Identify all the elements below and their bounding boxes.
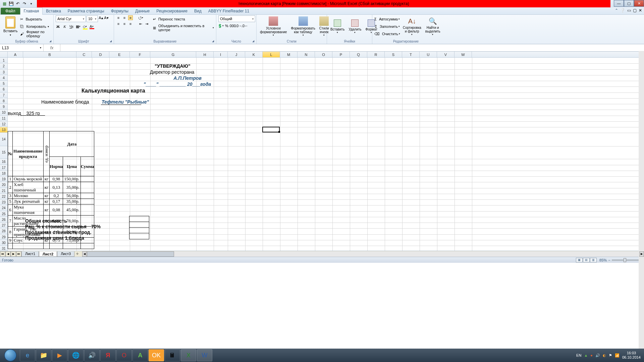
taskbar-explorer[interactable]: 📁 bbox=[36, 349, 51, 361]
align-left-icon[interactable]: ≡ bbox=[116, 21, 121, 26]
italic-button[interactable]: К bbox=[62, 24, 67, 29]
align-bottom-icon[interactable]: ≡ bbox=[128, 15, 133, 20]
tab-abbyy[interactable]: ABBYY FineReader 11 bbox=[205, 8, 253, 14]
insert-cells-button[interactable]: Вставить▾ bbox=[329, 15, 346, 38]
minimize-ribbon-icon[interactable]: ⌃ bbox=[615, 8, 618, 13]
increase-indent-icon[interactable]: ⇥ bbox=[144, 21, 149, 26]
autosum-button[interactable]: Σ Автосумма▾ bbox=[374, 15, 400, 23]
fill-color-button[interactable]: ◇▾ bbox=[83, 24, 87, 29]
column-header-H[interactable]: H bbox=[196, 52, 214, 57]
clipboard-launcher[interactable]: ◢ bbox=[49, 40, 53, 43]
column-header-E[interactable]: E bbox=[109, 52, 130, 57]
currency-icon[interactable]: 💲▾ bbox=[218, 23, 223, 28]
row-header-28[interactable]: 28 bbox=[0, 228, 8, 234]
select-all-button[interactable] bbox=[0, 52, 8, 57]
help-icon[interactable]: ❔ bbox=[620, 8, 625, 13]
row-header-1[interactable]: 1 bbox=[0, 58, 8, 63]
row-header-14[interactable]: 14 bbox=[0, 133, 8, 146]
column-header-Q[interactable]: Q bbox=[350, 52, 367, 57]
mdi-restore-icon[interactable]: ▭ bbox=[627, 8, 631, 13]
tab-view[interactable]: Вид bbox=[191, 8, 205, 14]
row-header-3[interactable]: 3 bbox=[0, 69, 8, 75]
comma-icon[interactable]: 000 bbox=[230, 23, 235, 28]
row-header-30[interactable]: 30 bbox=[0, 240, 8, 246]
save-button[interactable]: 💾 bbox=[8, 1, 14, 7]
sort-filter-button[interactable]: A↓Сортировка и фильтр▾ bbox=[401, 15, 423, 38]
sheet-nav-prev[interactable]: ◀ bbox=[5, 251, 11, 257]
sheet-tab-Лист1[interactable]: Лист1 bbox=[21, 251, 39, 257]
view-page-layout-button[interactable]: ▤ bbox=[583, 258, 590, 262]
format-table-button[interactable]: Форматировать как таблицу▾ bbox=[289, 15, 317, 38]
tray-volume-icon[interactable]: 🔊 bbox=[595, 353, 600, 358]
row-header-20[interactable]: 20 bbox=[0, 182, 8, 188]
start-button[interactable] bbox=[1, 349, 19, 362]
row-header-13[interactable]: 13 bbox=[0, 127, 8, 133]
row-header-21[interactable]: 21 bbox=[0, 188, 8, 194]
bold-button[interactable]: Ж bbox=[56, 24, 60, 29]
wrap-text-button[interactable]: ↵ Перенос текста bbox=[153, 15, 214, 23]
hscroll-left[interactable]: ◀ bbox=[82, 251, 87, 257]
column-header-M[interactable]: M bbox=[280, 52, 298, 57]
column-header-B[interactable]: B bbox=[23, 52, 76, 57]
sheet-nav-first[interactable]: ⏮ bbox=[0, 251, 5, 257]
number-format-combo[interactable]: Общий▾ bbox=[218, 15, 255, 22]
tab-home[interactable]: Главная bbox=[20, 7, 43, 15]
tab-review[interactable]: Рецензирование bbox=[153, 8, 191, 14]
column-header-L[interactable]: L bbox=[263, 52, 280, 57]
orientation-icon[interactable]: ⭯▾ bbox=[138, 15, 143, 20]
row-header-9[interactable]: 9 bbox=[0, 104, 8, 110]
tray-icon-1[interactable]: ▲ bbox=[584, 353, 588, 357]
row-header-31[interactable]: 31 bbox=[0, 246, 8, 251]
align-top-icon[interactable]: ≡ bbox=[116, 15, 121, 20]
font-family-combo[interactable]: Arial Cyr▾ bbox=[56, 15, 86, 22]
decrease-decimal-icon[interactable]: .0← bbox=[243, 23, 247, 28]
horizontal-scrollbar[interactable]: ◀ ▶ bbox=[82, 251, 644, 257]
taskbar-ok[interactable]: OK bbox=[149, 349, 164, 361]
row-header-24[interactable]: 24 bbox=[0, 205, 8, 211]
new-sheet-button[interactable]: ✧ bbox=[76, 252, 79, 256]
column-header-G[interactable]: G bbox=[150, 52, 196, 57]
column-header-K[interactable]: K bbox=[245, 52, 263, 57]
file-tab[interactable]: Файл bbox=[1, 8, 20, 14]
excel-icon[interactable]: ▦ bbox=[1, 1, 7, 7]
row-header-23[interactable]: 23 bbox=[0, 199, 8, 205]
column-header-S[interactable]: S bbox=[385, 52, 402, 57]
taskbar-chrome[interactable]: 🌐 bbox=[68, 349, 84, 361]
sheet-nav-last[interactable]: ⏭ bbox=[16, 251, 21, 257]
tray-network-icon[interactable]: 📶 bbox=[615, 353, 620, 358]
row-header-16[interactable]: 16 bbox=[0, 159, 8, 165]
grow-font-icon[interactable]: A▴ bbox=[99, 15, 103, 20]
column-header-I[interactable]: I bbox=[214, 52, 228, 57]
view-normal-button[interactable]: ▦ bbox=[576, 258, 583, 262]
font-size-combo[interactable]: 10▾ bbox=[87, 15, 98, 22]
column-header-A[interactable]: A bbox=[8, 52, 23, 57]
tray-icon-4[interactable]: ◐ bbox=[603, 353, 606, 358]
row-header-10[interactable]: 10 bbox=[0, 110, 8, 115]
column-header-F[interactable]: F bbox=[130, 52, 150, 57]
zoom-out-button[interactable]: − bbox=[608, 258, 610, 262]
view-page-break-button[interactable]: ▥ bbox=[590, 258, 597, 262]
row-header-15[interactable]: 15 bbox=[0, 146, 8, 159]
increase-decimal-icon[interactable]: .0→ bbox=[236, 23, 241, 28]
decrease-indent-icon[interactable]: ⇤ bbox=[138, 21, 143, 26]
find-select-button[interactable]: 🔍Найти и выделить▾ bbox=[424, 15, 442, 38]
row-header-25[interactable]: 25 bbox=[0, 211, 8, 217]
tab-insert[interactable]: Вставка bbox=[43, 8, 64, 14]
taskbar-calc[interactable]: 🖩 bbox=[165, 349, 180, 361]
row-header-5[interactable]: 5 bbox=[0, 81, 8, 86]
row-header-11[interactable]: 11 bbox=[0, 116, 8, 121]
sheet-nav-next[interactable]: ▶ bbox=[11, 251, 16, 257]
sheet-tab-Лист2[interactable]: Лист2 bbox=[39, 251, 57, 257]
percent-icon[interactable]: % bbox=[224, 23, 229, 28]
conditional-format-button[interactable]: Условное форматирование▾ bbox=[259, 15, 288, 38]
font-color-button[interactable]: A▾ bbox=[89, 24, 94, 29]
row-header-12[interactable]: 12 bbox=[0, 121, 8, 127]
column-header-C[interactable]: C bbox=[76, 52, 92, 57]
sheet-tab-Лист3[interactable]: Лист3 bbox=[57, 251, 74, 257]
tray-flag-icon[interactable]: ⚑ bbox=[609, 353, 612, 358]
border-button[interactable]: ▦▾ bbox=[76, 24, 80, 29]
tray-lang[interactable]: EN bbox=[576, 353, 581, 357]
taskbar-word[interactable]: W bbox=[197, 349, 212, 361]
alignment-launcher[interactable]: ◢ bbox=[212, 40, 215, 43]
taskbar-ie[interactable]: e bbox=[20, 349, 35, 361]
